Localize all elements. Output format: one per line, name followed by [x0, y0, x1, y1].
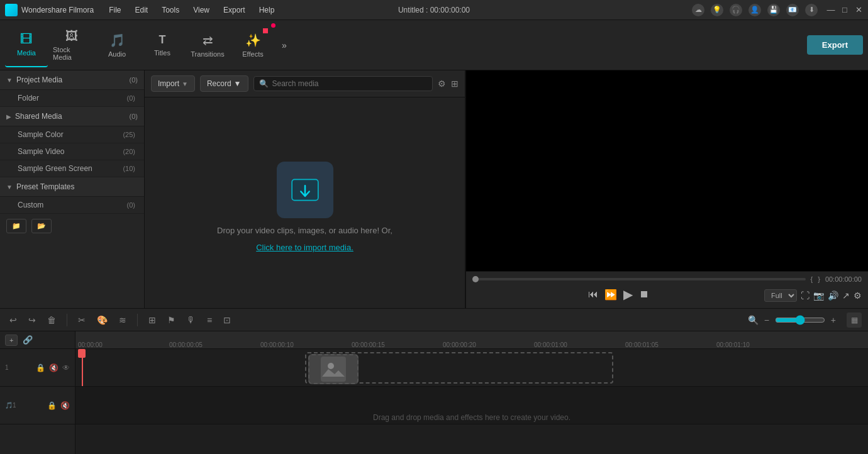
- menu-help[interactable]: Help: [257, 4, 277, 16]
- toolbar-media[interactable]: 🎞 Media: [5, 23, 48, 67]
- save-icon[interactable]: 💾: [767, 4, 780, 16]
- new-folder-button[interactable]: 📁: [6, 219, 26, 233]
- audio-adjust-button[interactable]: ≋: [116, 313, 130, 327]
- window-controls: — □ ✕: [826, 6, 863, 14]
- record-button[interactable]: Record ▼: [200, 75, 248, 92]
- play-button[interactable]: ▶: [623, 287, 633, 302]
- lock-icon[interactable]: 🔒: [36, 363, 45, 372]
- playback-controls: ⏮ ⏩ ▶ ⏹: [472, 287, 764, 302]
- headphone-icon[interactable]: 🎧: [730, 4, 742, 16]
- sidebar-project-media[interactable]: ▼ Project Media (0): [0, 70, 144, 90]
- transitions-label: Transitions: [191, 50, 224, 58]
- link-track-button[interactable]: 🔗: [23, 335, 33, 345]
- sidebar-item-sample-video[interactable]: Sample Video (20): [0, 143, 144, 160]
- track-number: 1: [5, 364, 9, 371]
- timecode-display: 00:00:00:00: [825, 275, 862, 283]
- menu-view[interactable]: View: [191, 4, 212, 16]
- zoom-in-button[interactable]: +: [828, 313, 839, 327]
- eye-icon[interactable]: 👁: [62, 363, 70, 372]
- titles-icon: T: [159, 33, 166, 47]
- sample-green-count: (10): [123, 165, 135, 172]
- cut-button[interactable]: ✂: [75, 313, 89, 327]
- snap-button[interactable]: ⊞: [145, 313, 159, 327]
- custom-count: (0): [127, 201, 135, 209]
- add-folder-button[interactable]: 📂: [31, 219, 52, 233]
- filter-icon[interactable]: ⚙: [438, 79, 446, 89]
- volume-button[interactable]: 🔊: [828, 291, 838, 301]
- settings-button[interactable]: ⚙: [854, 291, 862, 301]
- stop-button[interactable]: ⏹: [639, 289, 649, 300]
- import-link[interactable]: Click here to import media.: [256, 243, 353, 252]
- zoom-out-button[interactable]: −: [761, 313, 772, 327]
- menu-export[interactable]: Export: [221, 4, 248, 16]
- drop-text: Drop your video clips, images, or audio …: [217, 226, 392, 235]
- timeline-right: 00:00:00 00:00:00:05 00:00:00:10 00:00:0…: [75, 331, 868, 454]
- add-track-button[interactable]: +: [5, 335, 18, 346]
- custom-label: Custom: [18, 201, 127, 209]
- redo-button[interactable]: ↪: [25, 313, 39, 327]
- video-track-header: 1 🔒 🔇 👁: [0, 349, 75, 387]
- quality-select[interactable]: Full 1/2 1/4: [764, 289, 797, 302]
- undo-button[interactable]: ↩: [6, 313, 20, 327]
- timeline-section: ↩ ↪ 🗑 ✂ 🎨 ≋ ⊞ ⚑ 🎙 ≡ ⊡ 🔍 − + ▦: [0, 308, 868, 454]
- export-button[interactable]: Export: [807, 35, 863, 55]
- delete-button[interactable]: 🗑: [44, 313, 59, 327]
- color-adjust-button[interactable]: 🎨: [94, 313, 111, 327]
- sidebar-preset-templates[interactable]: ▼ Preset Templates: [0, 177, 144, 197]
- sidebar-item-sample-color[interactable]: Sample Color (25): [0, 126, 144, 143]
- snapshot-button[interactable]: 📷: [813, 291, 824, 301]
- mute-icon[interactable]: 🔇: [49, 363, 58, 372]
- toolbar: 🎞 Media 🖼 Stock Media 🎵 Audio T Titles ⇄…: [0, 20, 868, 70]
- crop-button[interactable]: ⊡: [220, 313, 234, 327]
- sidebar: ▼ Project Media (0) Folder (0) ▶ Shared …: [0, 70, 145, 316]
- sidebar-item-custom[interactable]: Custom (0): [0, 197, 144, 214]
- sidebar-shared-media[interactable]: ▶ Shared Media (0): [0, 107, 144, 126]
- sidebar-item-folder[interactable]: Folder (0): [0, 90, 144, 107]
- toolbar-titles[interactable]: T Titles: [141, 23, 184, 67]
- download-icon[interactable]: ⬇: [805, 4, 818, 16]
- toolbar-stock-media[interactable]: 🖼 Stock Media: [50, 23, 93, 67]
- playhead-top[interactable]: [78, 349, 86, 358]
- media-label: Media: [17, 49, 36, 57]
- svg-rect-1: [321, 357, 346, 382]
- prev-frame-button[interactable]: ⏮: [588, 289, 598, 300]
- minimize-button[interactable]: —: [826, 6, 835, 14]
- timeline: + 🔗 1 🔒 🔇 👁 🎵1 🔒 🔇: [0, 331, 868, 454]
- audio-mute-icon[interactable]: 🔇: [60, 401, 70, 410]
- mail-icon[interactable]: 📧: [786, 4, 799, 16]
- user-icon[interactable]: 👤: [748, 4, 761, 16]
- scrubber-track[interactable]: [472, 278, 806, 280]
- search-input[interactable]: [272, 79, 428, 88]
- toolbar-audio[interactable]: 🎵 Audio: [96, 23, 138, 67]
- project-media-label: Project Media: [16, 75, 130, 84]
- effects-icon: ✨: [245, 33, 261, 48]
- sidebar-item-sample-green[interactable]: Sample Green Screen (10): [0, 160, 144, 177]
- scrubber-thumb[interactable]: [472, 276, 479, 282]
- cloud-icon[interactable]: ☁: [692, 4, 704, 16]
- close-button[interactable]: ✕: [854, 6, 863, 14]
- toolbar-transitions[interactable]: ⇄ Transitions: [186, 23, 229, 67]
- audio-lock-icon[interactable]: 🔒: [47, 401, 57, 410]
- maximize-button[interactable]: □: [840, 6, 849, 14]
- bulb-icon[interactable]: 💡: [711, 4, 723, 16]
- zoom-slider[interactable]: [775, 315, 825, 325]
- menu-tools[interactable]: Tools: [159, 4, 182, 16]
- import-button[interactable]: Import ▼: [151, 75, 195, 92]
- folder-new-icon: 📁: [12, 222, 21, 230]
- audio-icon: 🎵: [109, 33, 125, 48]
- menu-edit[interactable]: Edit: [133, 4, 151, 16]
- marker-button[interactable]: ⚑: [164, 313, 179, 327]
- render-button[interactable]: ↗: [842, 291, 850, 301]
- grid-icon[interactable]: ⊞: [451, 79, 459, 89]
- menu-file[interactable]: File: [106, 4, 123, 16]
- speed-button[interactable]: ≡: [204, 313, 215, 327]
- toolbar-effects[interactable]: ✨ Effects: [231, 23, 274, 67]
- folder-label: Folder: [18, 94, 127, 102]
- app-name: Wondershare Filmora: [21, 6, 94, 14]
- chevron-down-icon-2: ▼: [6, 184, 13, 191]
- fullscreen-button[interactable]: ⛶: [801, 291, 810, 301]
- more-toolbar-button[interactable]: »: [277, 23, 292, 67]
- record-dropdown-arrow: ▼: [234, 79, 242, 88]
- play-slow-button[interactable]: ⏩: [604, 289, 617, 301]
- mic-button[interactable]: 🎙: [184, 313, 199, 327]
